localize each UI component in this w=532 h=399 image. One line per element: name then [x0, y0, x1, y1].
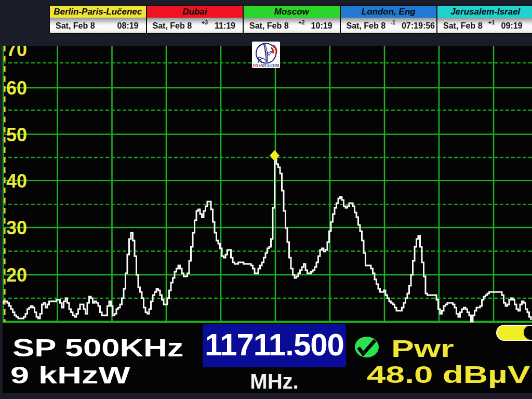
svg-text:SATCS.COM: SATCS.COM — [259, 63, 279, 68]
svg-text:20: 20 — [6, 264, 27, 286]
svg-text:40: 40 — [6, 170, 27, 192]
svg-text:30: 30 — [6, 217, 27, 238]
svg-text:50: 50 — [6, 124, 27, 145]
svg-text:60: 60 — [6, 77, 27, 99]
svg-text:70: 70 — [6, 46, 27, 60]
svg-text:DX: DX — [253, 63, 259, 68]
